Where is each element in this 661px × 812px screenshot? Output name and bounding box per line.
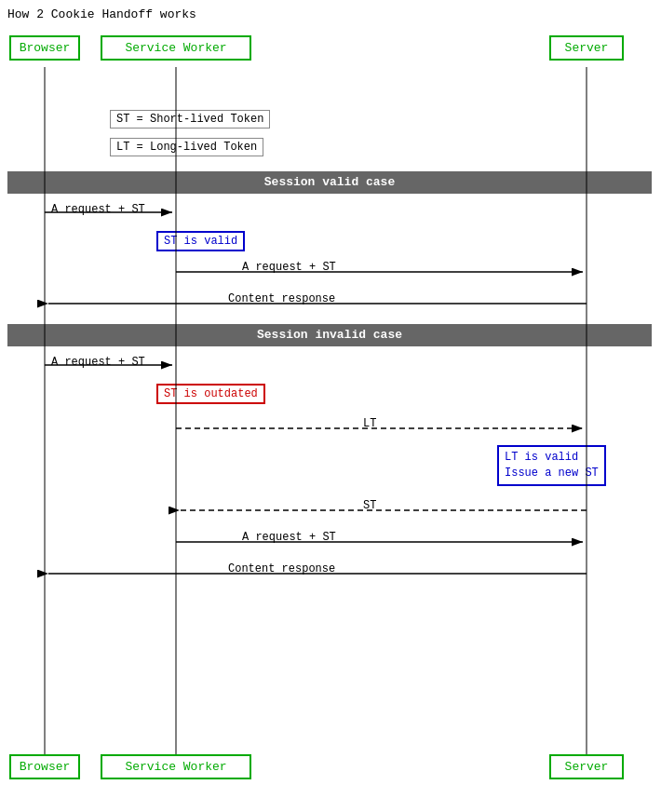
actor-server-bottom: Server (549, 754, 624, 779)
section1-header: Session valid case (7, 171, 652, 194)
arrow-label-req1: A request + ST (51, 203, 145, 216)
actor-server-top: Server (549, 35, 624, 61)
diag-box-lt-valid: LT is valid Issue a new ST (497, 445, 606, 486)
arrow-label-lt: LT (363, 417, 376, 430)
section2-header: Session invalid case (7, 324, 652, 346)
actor-browser-top: Browser (9, 35, 80, 61)
arrows-svg (0, 0, 661, 812)
arrow-label-req4: A request + ST (242, 531, 336, 544)
actor-browser-bottom: Browser (9, 754, 80, 779)
actor-sw-top: Service Worker (101, 35, 251, 61)
diag-box-st-outdated: ST is outdated (156, 384, 265, 404)
legend-lt: LT = Long-lived Token (110, 138, 263, 156)
actor-sw-bottom: Service Worker (101, 754, 251, 779)
arrow-label-req2: A request + ST (242, 261, 336, 274)
arrow-label-req3: A request + ST (51, 356, 145, 369)
page-title: How 2 Cookie Handoff works (7, 7, 196, 21)
diagram-container: How 2 Cookie Handoff works Browser Servi… (0, 0, 661, 812)
arrow-label-content1: Content response (228, 292, 335, 305)
arrow-label-content2: Content response (228, 562, 335, 575)
diag-box-st-valid: ST is valid (156, 231, 245, 251)
arrow-label-st: ST (363, 499, 376, 512)
legend-st: ST = Short-lived Token (110, 110, 270, 129)
